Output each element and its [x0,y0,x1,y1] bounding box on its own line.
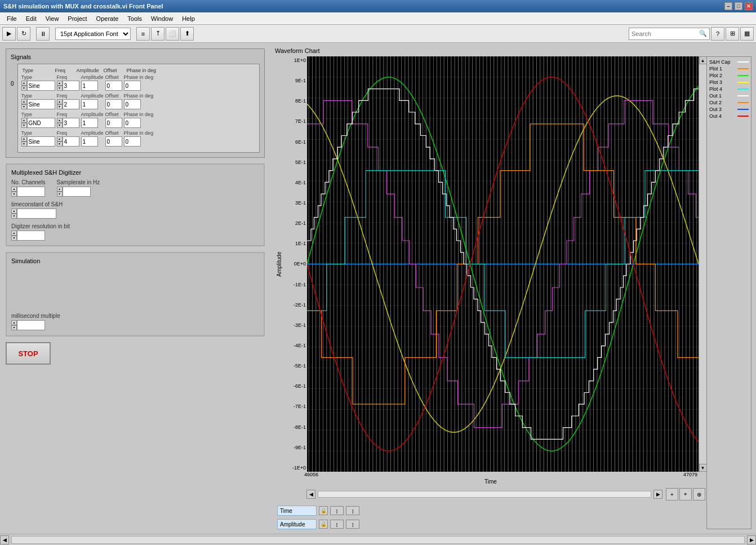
menu-view[interactable]: View [41,14,64,23]
scroll-down-button[interactable]: ▼ [699,464,707,472]
offset-input-0[interactable] [105,81,122,91]
no-channels-label: No. Channels [11,179,46,185]
scroll-left-button[interactable]: ◀ [306,490,315,499]
pause-button[interactable]: ⏸ [36,27,50,41]
samplerate-up[interactable]: ▲ [57,187,63,192]
freq-down-1[interactable]: ▼ [57,104,63,109]
freq-up-1[interactable]: ▲ [57,99,63,104]
amp-input-1[interactable] [81,99,98,109]
cursor-button[interactable]: ⊕ [693,488,705,500]
col-phase-header: Phase in deg [127,68,161,73]
freq-down-3[interactable]: ▼ [57,141,63,147]
resolution-up[interactable]: ▲ [11,231,17,236]
help-button[interactable]: ? [711,27,724,41]
cursor-time-btn2[interactable]: ] [346,506,359,515]
reorder-button[interactable]: ⬆ [180,27,194,41]
menu-window[interactable]: Window [146,14,177,23]
type-input-1[interactable] [27,99,55,109]
close-button[interactable]: ✕ [745,2,753,10]
zoom-in-button[interactable]: + [666,488,678,500]
offset-input-1[interactable] [105,99,122,109]
cursor-time-btn1[interactable]: [ [330,506,344,515]
freq-input-2[interactable] [63,118,79,128]
waveform-chart[interactable] [307,56,699,472]
samplerate-down[interactable]: ▼ [57,192,63,197]
menu-project[interactable]: Project [63,14,91,23]
type-input-2[interactable] [27,118,55,128]
search-input[interactable] [632,30,699,37]
timeconstant-down[interactable]: ▼ [11,214,17,219]
grid-view-button[interactable]: ⊞ [726,27,739,41]
timeconstant-label: timeconstant of S&H [11,201,259,207]
amp-input-2[interactable] [81,118,98,128]
type-down-3[interactable]: ▼ [21,141,27,147]
freq-input-0[interactable] [63,81,79,91]
resize-button[interactable]: ⬜ [166,27,179,41]
type-down-1[interactable]: ▼ [21,104,27,109]
type-up-3[interactable]: ▲ [21,136,27,141]
panel-button[interactable]: ▦ [740,27,754,41]
scroll-right-button[interactable]: ▶ [653,490,662,499]
h-scroll-right[interactable]: ▶ [747,535,756,544]
cursor-time-lock[interactable]: 🔒 [319,506,328,515]
type-up-0[interactable]: ▲ [21,81,27,86]
no-channels-up[interactable]: ▲ [11,187,17,192]
font-selector[interactable]: 15pt Application Font [55,28,131,40]
freq-input-3[interactable] [63,136,79,147]
no-channels-down[interactable]: ▼ [11,192,17,197]
y-axis-label: 3E-1 [295,200,306,206]
timeconstant-up[interactable]: ▲ [11,209,17,214]
h-scroll-track[interactable] [11,536,745,544]
menu-file[interactable]: File [2,14,21,23]
type-up-1[interactable]: ▲ [21,99,27,104]
cursor-amp-btn2[interactable]: ] [346,520,359,529]
y-axis-label: -8E-1 [293,424,306,430]
type-input-3[interactable] [27,136,55,147]
menu-operate[interactable]: Operate [92,14,123,23]
phase-input-1[interactable] [124,99,141,109]
phase-input-0[interactable] [124,81,141,91]
type-down-2[interactable]: ▼ [21,123,27,128]
h-scroll-left[interactable]: ◀ [0,535,9,544]
freq-up-0[interactable]: ▲ [57,81,63,86]
type-down-0[interactable]: ▼ [21,86,27,91]
freq-up-2[interactable]: ▲ [57,118,63,123]
menu-edit[interactable]: Edit [21,14,41,23]
amp-input-0[interactable] [81,81,98,91]
no-channels-input[interactable]: 4 [17,187,45,197]
ms-up[interactable]: ▲ [11,320,17,325]
freq-up-3[interactable]: ▲ [57,136,63,141]
cursor-amp-btn1[interactable]: [ [330,520,344,529]
ms-input[interactable]: 10 [17,320,45,330]
run-button[interactable]: ▶ [2,27,16,41]
resolution-down[interactable]: ▼ [11,236,17,241]
align-button[interactable]: ≡ [136,27,150,41]
phase-input-2[interactable] [124,118,141,128]
left-panel: Signals 0 Type Freq Amplitude Offset Pha… [0,43,270,534]
zoom-fit-button[interactable]: ⌖ [679,488,692,500]
cursor-amp-lock[interactable]: 🔒 [319,520,328,529]
freq-input-1[interactable] [63,99,79,109]
amp-input-3[interactable] [81,136,98,147]
ms-down[interactable]: ▼ [11,325,17,330]
resolution-input[interactable]: 8 [17,231,45,241]
menu-help[interactable]: Help [177,14,199,23]
freq-down-0[interactable]: ▼ [57,86,63,91]
maximize-button[interactable]: □ [735,2,742,10]
offset-input-2[interactable] [105,118,122,128]
distribute-button[interactable]: ⤒ [151,27,164,41]
vertical-scrollbar[interactable]: ▲ ▼ [699,56,706,472]
timeconstant-input[interactable]: 0,0005 [17,209,56,219]
type-input-0[interactable] [27,81,55,91]
freq-down-2[interactable]: ▼ [57,123,63,128]
horizontal-scrollbar-track[interactable] [318,491,651,498]
menu-tools[interactable]: Tools [123,14,146,23]
scroll-up-button[interactable]: ▲ [699,56,707,64]
run-continuous-button[interactable]: ↻ [17,27,30,41]
offset-input-3[interactable] [105,136,122,147]
minimize-button[interactable]: – [724,2,732,10]
stop-button[interactable]: STOP [6,342,51,365]
type-up-2[interactable]: ▲ [21,118,27,123]
samplerate-input[interactable]: 100 [63,187,91,197]
phase-input-3[interactable] [124,136,141,147]
